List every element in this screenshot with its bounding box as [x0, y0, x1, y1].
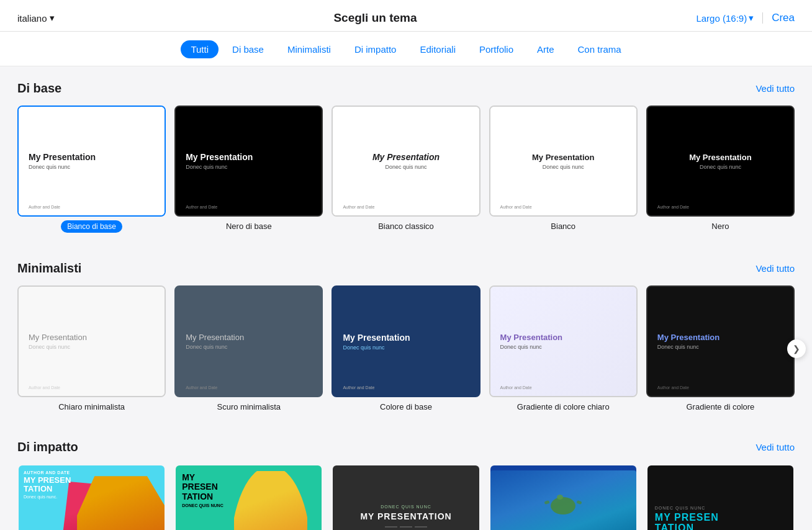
template-chiaro-min-label: Chiaro minimalista: [58, 402, 125, 411]
template-scuro-min[interactable]: My Presentation Donec quis nunc Author a…: [174, 285, 323, 411]
language-label: italiano: [17, 13, 47, 24]
scroll-right-arrow[interactable]: ❯: [787, 339, 806, 358]
slide-author: Author and Date: [343, 205, 374, 209]
slide-subtitle: Donec quis nunc: [543, 164, 584, 170]
tab-minimalisti[interactable]: Minimalisti: [277, 40, 341, 58]
language-chevron-icon: ▾: [50, 12, 55, 24]
template-briefing-thumb: Donec quis nunc MY PRESENTATION Authors …: [332, 464, 480, 530]
template-nero[interactable]: My Presentation Donec quis nunc Author a…: [646, 106, 795, 233]
tab-editoriali[interactable]: Editoriali: [410, 40, 466, 58]
briefing-sub: Donec quis nunc: [381, 505, 431, 509]
di-base-see-all[interactable]: Vedi tutto: [756, 83, 795, 94]
section-di-impatto-title: Di impatto: [17, 440, 78, 454]
di-impatto-see-all[interactable]: Vedi tutto: [756, 442, 795, 452]
template-bianco-base[interactable]: My Presentation Donec quis nunc Author a…: [17, 106, 166, 233]
section-minimalisti-header: Minimalisti Vedi tutto: [17, 261, 795, 276]
slide-author: Author and Date: [343, 385, 374, 390]
slide-author: Author and Date: [186, 385, 217, 390]
slide-author: Author and Date: [657, 205, 689, 209]
slide-subtitle: Donec quis nunc: [657, 344, 783, 350]
template-grad-colore-thumb: My Presentation Donec quis nunc Author a…: [646, 285, 795, 397]
template-chiaro-min[interactable]: My Presentation Donec quis nunc Author a…: [17, 285, 166, 411]
briefing-title: MY PRESENTATION: [360, 511, 451, 521]
carattere-sub: DONEC QUIS NUNC: [655, 506, 786, 510]
slide-subtitle: Donec quis nunc: [186, 344, 312, 350]
template-colore-acceso[interactable]: AUTHOR AND DATE MY PRESENTATION Donec qu…: [17, 464, 166, 530]
template-nero-base[interactable]: My Presentation Donec quis nunc Author a…: [174, 106, 323, 233]
template-accademia-thumb: Author and Date My Presentation: [489, 464, 638, 530]
section-di-impatto: Di impatto Vedi tutto AUTHOR AND DATE MY…: [0, 425, 812, 530]
di-base-grid: My Presentation Donec quis nunc Author a…: [17, 106, 795, 233]
template-nero-label: Nero: [711, 222, 729, 231]
separator-1: [0, 239, 812, 246]
template-bianco-classico[interactable]: My Presentation Donec quis nunc Author a…: [332, 106, 480, 233]
page-title: Scegli un tema: [55, 11, 697, 25]
template-grad-chiaro-label: Gradiente di colore chiaro: [517, 402, 610, 411]
template-colore-acceso-thumb: AUTHOR AND DATE MY PRESENTATION Donec qu…: [17, 464, 166, 530]
template-nero-thumb: My Presentation Donec quis nunc Author a…: [646, 106, 795, 217]
template-colore-base[interactable]: My Presentation Donec quis nunc Author a…: [332, 285, 480, 411]
template-bianco-label: Bianco: [551, 222, 575, 231]
slide-title: My Presentation: [186, 333, 312, 342]
tab-con-trama[interactable]: Con trama: [568, 40, 631, 58]
vetrina-text: MYPRESENTATION DONEC QUIS NUNC: [182, 473, 223, 508]
carattere-title: MY PRESENTATION: [655, 513, 786, 530]
template-vetrina-thumb: MYPRESENTATION DONEC QUIS NUNC: [174, 464, 323, 530]
slide-subtitle: Donec quis nunc: [29, 164, 155, 170]
slide-title: My Presentation: [372, 152, 440, 162]
template-carattere[interactable]: DONEC QUIS NUNC MY PRESENTATION Caratter…: [646, 464, 795, 530]
template-grad-chiaro[interactable]: My Presentation Donec quis nunc Author a…: [489, 285, 638, 411]
tab-portfolio[interactable]: Portfolio: [469, 40, 523, 58]
template-grad-colore[interactable]: My Presentation Donec quis nunc Author a…: [646, 285, 795, 411]
slide-title: My Presentation: [29, 152, 155, 162]
section-di-base-header: Di base Vedi tutto: [17, 81, 795, 96]
template-colore-base-label: Colore di base: [380, 402, 432, 411]
tab-di-base[interactable]: Di base: [222, 40, 274, 58]
slide-title: My Presentation: [689, 153, 751, 162]
template-accademia[interactable]: Author and Date My Presentation Accademi…: [489, 464, 638, 530]
language-selector[interactable]: italiano ▾: [17, 12, 55, 24]
top-bar-right: Largo (16:9) ▾ Crea: [696, 12, 795, 24]
slide-author: Author and Date: [657, 385, 689, 390]
section-minimalisti: Minimalisti Vedi tutto My Presentation D…: [0, 246, 812, 417]
size-chevron-icon: ▾: [749, 12, 754, 24]
slide-subtitle: Donec quis nunc: [343, 344, 469, 351]
template-vetrina[interactable]: MYPRESENTATION DONEC QUIS NUNC Vetrina: [174, 464, 323, 530]
template-bianco-classico-thumb: My Presentation Donec quis nunc Author a…: [332, 106, 480, 217]
slide-title: My Presentation: [532, 153, 594, 162]
template-carattere-thumb: DONEC QUIS NUNC MY PRESENTATION: [646, 464, 795, 530]
template-bianco[interactable]: My Presentation Donec quis nunc Author a…: [489, 106, 638, 233]
slide-author: Author and Date: [29, 205, 60, 209]
slide-author: Author and Date: [186, 205, 217, 209]
di-impatto-grid: AUTHOR AND DATE MY PRESENTATION Donec qu…: [17, 464, 795, 530]
template-scuro-min-label: Scuro minimalista: [217, 402, 281, 411]
slide-title: My Presentation: [500, 333, 626, 342]
template-scuro-min-thumb: My Presentation Donec quis nunc Author a…: [174, 285, 323, 397]
template-bianco-classico-label: Bianco classico: [378, 222, 434, 231]
size-label: Largo (16:9): [696, 13, 747, 24]
template-grad-chiaro-thumb: My Presentation Donec quis nunc Author a…: [489, 285, 638, 397]
slide-subtitle: Donec quis nunc: [385, 164, 426, 170]
slide-subtitle: Donec quis nunc: [500, 344, 626, 350]
slide-subtitle: Donec quis nunc: [186, 164, 312, 170]
category-tab-bar: Tutti Di base Minimalisti Di impatto Edi…: [0, 32, 812, 66]
template-nero-base-thumb: My Presentation Donec quis nunc Author a…: [174, 106, 323, 217]
separator-2: [0, 418, 812, 425]
divider: [762, 12, 763, 24]
tab-tutti[interactable]: Tutti: [181, 40, 219, 58]
minimalisti-see-all[interactable]: Vedi tutto: [756, 263, 795, 274]
slide-title: My Presentation: [29, 333, 155, 342]
slide-author: Author and Date: [29, 385, 60, 390]
minimalisti-grid: My Presentation Donec quis nunc Author a…: [17, 285, 795, 411]
slide-title: My Presentation: [657, 333, 783, 342]
template-briefing[interactable]: Donec quis nunc MY PRESENTATION Authors …: [332, 464, 480, 530]
size-selector[interactable]: Largo (16:9) ▾: [696, 12, 754, 24]
impact-text: AUTHOR AND DATE MY PRESENTATION Donec qu…: [24, 470, 71, 500]
slide-title: My Presentation: [343, 333, 469, 343]
section-di-base-title: Di base: [17, 81, 61, 96]
tab-arte[interactable]: Arte: [527, 40, 564, 58]
selected-badge: Bianco di base: [61, 220, 122, 233]
tab-di-impatto[interactable]: Di impatto: [345, 40, 407, 58]
crea-button[interactable]: Crea: [772, 12, 795, 24]
top-bar: italiano ▾ Scegli un tema Largo (16:9) ▾…: [0, 0, 812, 32]
